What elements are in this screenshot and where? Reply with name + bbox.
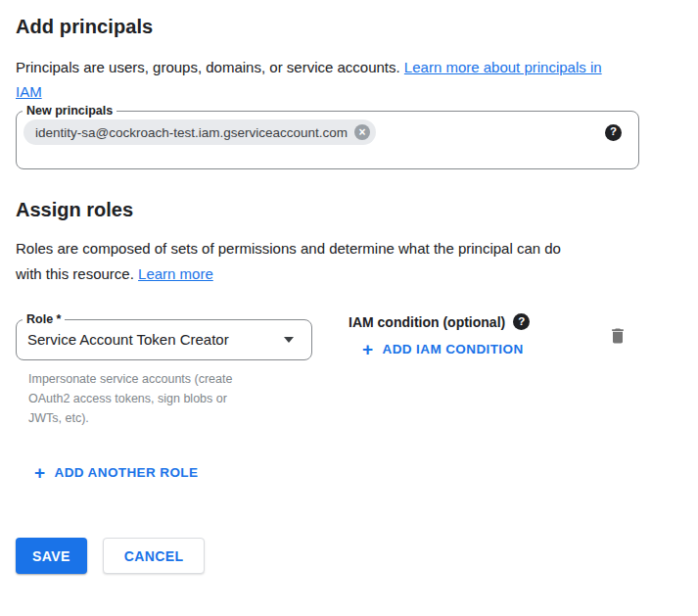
principal-chip-text: identity-sa@cockroach-test.iam.gservicea… <box>35 125 348 140</box>
role-helper-text: Impersonate service accounts (create OAu… <box>28 369 331 428</box>
role-column: Role * Service Account Token Creator Imp… <box>16 312 331 428</box>
add-iam-condition-button[interactable]: + ADD IAM CONDITION <box>362 342 524 356</box>
dropdown-arrow-icon <box>284 337 294 343</box>
role-helper-line: JWTs, etc). <box>28 408 331 428</box>
role-binding-row: Role * Service Account Token Creator Imp… <box>16 312 682 428</box>
delete-role-button[interactable] <box>608 325 628 347</box>
iam-condition-header: IAM condition (optional) ? <box>349 313 530 330</box>
role-helper-line: OAuth2 access tokens, sign blobs or <box>28 389 331 408</box>
iam-condition-column: IAM condition (optional) ? + ADD IAM CON… <box>349 312 530 359</box>
new-principals-label: New principals <box>23 104 116 118</box>
role-label: Role * <box>23 312 65 326</box>
dialog-actions: SAVE CANCEL <box>16 538 682 574</box>
add-iam-condition-label: ADD IAM CONDITION <box>383 342 524 356</box>
add-another-role-button[interactable]: + ADD ANOTHER ROLE <box>34 465 198 480</box>
iam-condition-label: IAM condition (optional) <box>349 314 505 330</box>
assign-roles-description-body: Roles are composed of sets of permission… <box>16 240 561 282</box>
role-selected-value: Service Account Token Creator <box>27 331 229 348</box>
role-helper-line: Impersonate service accounts (create <box>28 369 331 389</box>
role-select-field[interactable]: Role * Service Account Token Creator <box>16 312 312 360</box>
new-principals-field[interactable]: New principals identity-sa@cockroach-tes… <box>16 104 639 169</box>
intro-text-body: Principals are users, groups, domains, o… <box>16 59 400 75</box>
assign-roles-title: Assign roles <box>16 199 682 221</box>
add-another-role-label: ADD ANOTHER ROLE <box>55 465 199 480</box>
new-principals-input-area[interactable]: identity-sa@cockroach-test.iam.gservicea… <box>17 118 638 168</box>
cancel-button[interactable]: CANCEL <box>103 538 206 574</box>
intro-text: Principals are users, groups, domains, o… <box>16 55 625 104</box>
iam-condition-help-icon[interactable]: ? <box>513 313 530 330</box>
role-select-control[interactable]: Service Account Token Creator <box>17 326 311 359</box>
chip-remove-icon[interactable]: × <box>354 124 370 140</box>
assign-roles-description: Roles are composed of sets of permission… <box>16 236 579 287</box>
learn-more-roles-link[interactable]: Learn more <box>138 265 213 282</box>
plus-icon: + <box>362 343 374 355</box>
save-button[interactable]: SAVE <box>16 538 87 574</box>
trash-icon <box>608 325 628 347</box>
plus-icon: + <box>34 466 46 479</box>
principal-chip: identity-sa@cockroach-test.iam.gservicea… <box>23 119 376 145</box>
page-title: Add principals <box>16 16 682 38</box>
add-principals-panel: Add principals Principals are users, gro… <box>0 0 698 574</box>
new-principals-help-icon[interactable]: ? <box>605 124 622 141</box>
